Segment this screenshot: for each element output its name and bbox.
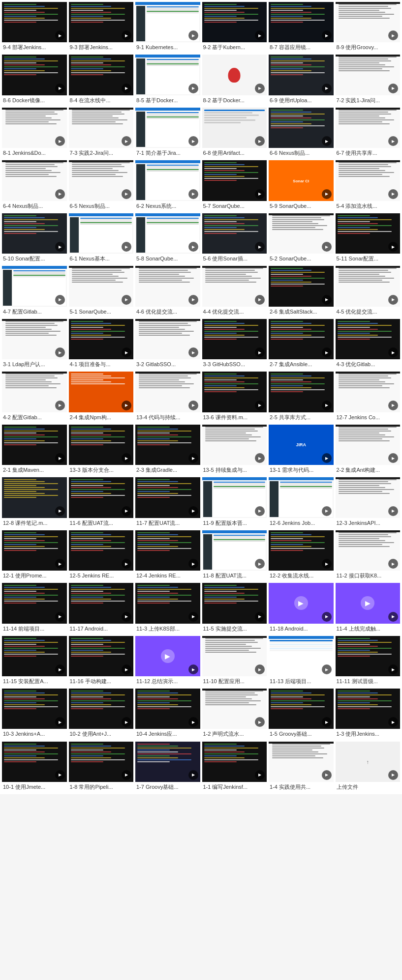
list-item[interactable]: ▶11-7 配置UAT流...	[135, 477, 200, 528]
play-button-icon[interactable]: ▶	[122, 295, 131, 305]
play-button-icon[interactable]: ▶	[122, 453, 131, 463]
video-thumbnail[interactable]: ▶	[269, 2, 334, 42]
list-item[interactable]: ▶6-1 Nexus基本...	[69, 213, 134, 264]
play-button-icon[interactable]: ▶	[322, 717, 332, 727]
list-item[interactable]: ▶6-9 使用rtUploa...	[269, 55, 334, 105]
list-item[interactable]: ▶7-3 实践2-Jira问...	[69, 108, 134, 158]
list-item[interactable]: ▶8-4 在流水线中...	[69, 55, 134, 105]
play-button-icon[interactable]: ▶	[122, 506, 131, 516]
video-thumbnail[interactable]: ▶	[336, 477, 401, 518]
video-thumbnail[interactable]: ▶	[269, 372, 334, 412]
video-thumbnail[interactable]: ▶	[202, 425, 267, 465]
list-item[interactable]: ▶12-5 Jenkins RE...	[69, 530, 134, 581]
play-button-icon[interactable]: ▶	[255, 770, 265, 780]
list-item[interactable]: ▶12-8 课件笔记.m...	[2, 477, 67, 528]
video-thumbnail[interactable]: ▶	[135, 108, 200, 148]
play-button-icon[interactable]: ▶	[388, 401, 398, 410]
play-button-icon[interactable]: ▶	[388, 453, 398, 463]
video-thumbnail[interactable]: ▶	[2, 530, 67, 571]
video-thumbnail[interactable]: JIRA▶	[269, 425, 334, 465]
list-item[interactable]: ▶12-3 JenkinsAPI...	[336, 477, 401, 528]
play-button-icon[interactable]: ▶	[55, 664, 65, 674]
play-button-icon[interactable]: ▶	[188, 453, 198, 463]
video-thumbnail[interactable]: ▶	[69, 583, 134, 623]
list-item[interactable]: JIRA▶13-1 需求与代码...	[269, 425, 334, 475]
list-item[interactable]: ▶9-2 基于Kubern...	[202, 2, 267, 53]
list-item[interactable]: ▶1-3 使用Jenkins...	[336, 689, 401, 739]
video-thumbnail[interactable]: ▶	[2, 266, 67, 306]
list-item[interactable]: ▶6-4 Nexus制品...	[2, 160, 67, 211]
play-button-icon[interactable]: ▶	[122, 347, 131, 357]
video-thumbnail[interactable]: ▶	[269, 108, 334, 148]
list-item[interactable]: ▶13-4 代码与持续...	[135, 372, 200, 422]
play-button-icon[interactable]: ▶	[388, 612, 398, 622]
video-thumbnail[interactable]: ▶	[2, 636, 67, 676]
video-thumbnail[interactable]: ▶	[269, 477, 334, 518]
list-item[interactable]: ▶11-14 前端项目...	[2, 583, 67, 634]
list-item[interactable]: ▶12-2 收集流水线...	[269, 530, 334, 581]
video-thumbnail[interactable]: ▶	[69, 636, 134, 676]
play-button-icon[interactable]: ▶	[388, 664, 398, 674]
play-button-icon[interactable]: ▶	[255, 242, 265, 252]
video-thumbnail[interactable]: ▶	[269, 742, 334, 782]
video-thumbnail[interactable]: ▶	[202, 742, 267, 782]
video-thumbnail[interactable]: ▶	[202, 160, 267, 201]
play-button-icon[interactable]: ▶	[255, 612, 265, 622]
video-thumbnail[interactable]: ▶	[135, 742, 200, 782]
list-item[interactable]: ▶12-7 Jenkins Co...	[336, 372, 401, 422]
play-button-icon[interactable]: ▶	[322, 559, 332, 569]
video-thumbnail[interactable]: ▶	[202, 530, 267, 571]
list-item[interactable]: ▶5-2 SonarQube...	[269, 213, 334, 264]
play-button-icon[interactable]: ▶	[55, 401, 65, 410]
list-item[interactable]: ▶6-7 使用共享库...	[336, 108, 401, 158]
list-item[interactable]: ▶10-1 使用Jmete...	[2, 742, 67, 792]
play-button-icon[interactable]: ▶	[255, 453, 265, 463]
list-item[interactable]: ▶12-4 Jenkins RE...	[135, 530, 200, 581]
play-button-icon[interactable]: ▶	[388, 347, 398, 357]
video-thumbnail[interactable]: ▶	[135, 266, 200, 306]
video-thumbnail[interactable]: ▶	[69, 372, 134, 412]
list-item[interactable]: ▶10-4 Jenkins应...	[135, 689, 200, 739]
list-item[interactable]: ▶1-4 实践使用共...	[269, 742, 334, 792]
play-button-icon[interactable]: ▶	[55, 242, 65, 252]
list-item[interactable]: ▶11-3 上传K8S部...	[135, 583, 200, 634]
video-thumbnail[interactable]: ▶	[336, 2, 401, 42]
video-thumbnail[interactable]: ▶▶	[336, 583, 401, 623]
video-thumbnail[interactable]: ▶	[69, 55, 134, 95]
list-item[interactable]: ▶10-3 Jenkins+A...	[2, 689, 67, 739]
play-button-icon[interactable]: ▶	[255, 347, 265, 357]
video-thumbnail[interactable]: ▶	[135, 689, 200, 729]
video-thumbnail[interactable]: ▶	[202, 266, 267, 306]
play-button-icon[interactable]: ▶	[55, 612, 65, 622]
video-thumbnail[interactable]: ▶	[202, 108, 267, 148]
play-button-icon[interactable]: ▶	[322, 84, 332, 93]
video-thumbnail[interactable]: ▶	[69, 742, 134, 782]
play-button-icon[interactable]: ▶	[188, 770, 198, 780]
play-button-icon[interactable]: ▶	[188, 136, 198, 146]
video-thumbnail[interactable]: ▶	[135, 583, 200, 623]
list-item[interactable]: ▶6-8 使用Artifact...	[202, 108, 267, 158]
list-item[interactable]: ▶4-3 优化Gitlab...	[336, 319, 401, 370]
play-button-icon[interactable]: ▶	[388, 242, 398, 252]
video-thumbnail[interactable]: ▶	[336, 636, 401, 676]
video-thumbnail[interactable]: ▶	[202, 477, 267, 518]
video-thumbnail[interactable]: ▶	[202, 636, 267, 676]
play-button-icon[interactable]: ▶	[188, 717, 198, 727]
video-thumbnail[interactable]: ▶	[69, 425, 134, 465]
list-item[interactable]: ▶11-11 测试晋级...	[336, 636, 401, 687]
play-button-icon[interactable]: ▶	[388, 506, 398, 516]
video-thumbnail[interactable]: ▶	[135, 160, 200, 201]
play-button-icon[interactable]: ▶	[255, 189, 265, 199]
video-thumbnail[interactable]: ▶	[269, 636, 334, 676]
play-button-icon[interactable]: ▶	[322, 30, 332, 40]
play-button-icon[interactable]: ▶	[122, 559, 131, 569]
play-button-icon[interactable]: ▶	[188, 612, 198, 622]
video-thumbnail[interactable]: ▶	[69, 108, 134, 148]
play-button-icon[interactable]: ▶	[55, 84, 65, 93]
list-item[interactable]: ▶2-3 集成Gradle...	[135, 425, 200, 475]
play-button-icon[interactable]: ▶	[388, 189, 398, 199]
list-item[interactable]: ▶1-8 常用的Pipeli...	[69, 742, 134, 792]
list-item[interactable]: ▶13-3 版本分支合...	[69, 425, 134, 475]
video-thumbnail[interactable]: ▶	[269, 55, 334, 95]
play-button-icon[interactable]: ▶	[322, 770, 332, 780]
